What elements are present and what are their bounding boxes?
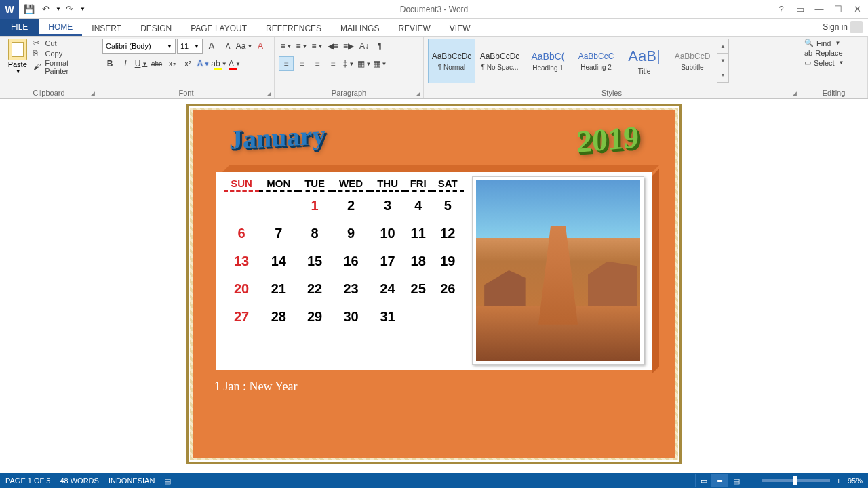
align-center-button[interactable]: ≡ — [294, 56, 309, 71]
calendar-page: January 2019 SUNMONTUEWEDTHUFRISAT 12345… — [186, 104, 682, 464]
text-effects-button[interactable]: A▼ — [196, 56, 211, 71]
justify-button[interactable]: ≡ — [326, 56, 340, 71]
format-painter-button[interactable]: 🖌Format Painter — [33, 59, 94, 75]
document-canvas[interactable]: January 2019 SUNMONTUEWEDTHUFRISAT 12345… — [0, 99, 868, 473]
word-count[interactable]: 48 WORDS — [60, 476, 98, 485]
find-icon: 🔍 — [804, 39, 814, 47]
tab-file[interactable]: FILE — [0, 18, 39, 36]
styles-group-label: Styles◢ — [428, 87, 795, 97]
calendar-cell: 6 — [224, 220, 259, 247]
ribbon-options-button[interactable]: ▭ — [792, 4, 808, 14]
multilevel-list-button[interactable]: ≡▼ — [310, 39, 325, 54]
tab-view[interactable]: VIEW — [440, 21, 480, 36]
styles-up-icon[interactable]: ▲ — [717, 39, 728, 54]
style-heading-1[interactable]: AaBbC(Heading 1 — [524, 39, 572, 83]
calendar-cell: 20 — [224, 275, 259, 303]
format-painter-label: Format Painter — [45, 59, 94, 75]
font-name-combobox[interactable]: Calibri (Body)▼ — [102, 39, 176, 54]
styles-dialog-launcher-icon[interactable]: ◢ — [792, 90, 797, 97]
change-case-button[interactable]: Aa▼ — [237, 39, 252, 54]
shrink-font-button[interactable]: A — [220, 39, 235, 54]
scissors-icon: ✂ — [33, 39, 43, 48]
sort-button[interactable]: A↓ — [357, 39, 372, 54]
italic-button[interactable]: I — [118, 56, 133, 71]
cut-button[interactable]: ✂Cut — [33, 39, 94, 48]
qat-customize-icon[interactable]: ▼ — [80, 6, 85, 12]
font-dialog-launcher-icon[interactable]: ◢ — [267, 90, 271, 97]
tab-home[interactable]: HOME — [39, 20, 82, 36]
read-mode-button[interactable]: ▭ — [695, 474, 711, 487]
save-button[interactable]: 💾 — [22, 2, 37, 17]
highlight-button[interactable]: ab▼ — [212, 56, 226, 71]
bullets-button[interactable]: ≡▼ — [279, 39, 294, 54]
subscript-button[interactable]: x₂ — [165, 56, 180, 71]
increase-indent-button[interactable]: ≡▶ — [341, 39, 356, 54]
show-marks-button[interactable]: ¶ — [372, 39, 387, 54]
tab-page-layout[interactable]: PAGE LAYOUT — [181, 21, 256, 36]
calendar-cell: 5 — [432, 191, 465, 220]
styles-scroll[interactable]: ▲▼▾ — [717, 39, 729, 83]
ribbon: Paste ▼ ✂Cut ⎘Copy 🖌Format Painter Clipb… — [0, 37, 868, 99]
zoom-out-button[interactable]: − — [751, 476, 755, 485]
align-right-button[interactable]: ≡ — [310, 56, 325, 71]
minimize-button[interactable]: — — [811, 4, 827, 14]
clipboard-dialog-launcher-icon[interactable]: ◢ — [90, 90, 95, 97]
paste-dropdown-icon[interactable]: ▼ — [16, 68, 21, 75]
line-spacing-button[interactable]: ‡▼ — [341, 56, 356, 71]
day-header: MON — [259, 176, 298, 191]
calendar-cell: 17 — [370, 247, 405, 275]
borders-button[interactable]: ▦▼ — [372, 56, 387, 71]
tab-review[interactable]: REVIEW — [389, 21, 439, 36]
tab-mailings[interactable]: MAILINGS — [331, 21, 389, 36]
decrease-indent-button[interactable]: ◀≡ — [326, 39, 340, 54]
select-button[interactable]: ▭Select▼ — [804, 58, 863, 67]
style-title[interactable]: AaB|Title — [620, 39, 668, 83]
editing-group-label: Editing — [804, 87, 863, 97]
macro-icon[interactable]: ▤ — [164, 476, 171, 485]
tab-design[interactable]: DESIGN — [131, 21, 181, 36]
shading-button[interactable]: ▦▼ — [357, 56, 372, 71]
paste-icon — [8, 39, 27, 60]
language-status[interactable]: INDONESIAN — [108, 476, 155, 485]
styles-more-icon[interactable]: ▾ — [717, 68, 728, 83]
close-button[interactable]: ✕ — [849, 4, 865, 14]
undo-button[interactable]: ↶ — [38, 2, 53, 17]
print-layout-button[interactable]: ≣ — [711, 474, 728, 487]
copy-button[interactable]: ⎘Copy — [33, 49, 94, 58]
style-normal[interactable]: AaBbCcDc¶ Normal — [428, 39, 475, 83]
maximize-button[interactable]: ☐ — [830, 4, 846, 14]
sign-in-link[interactable]: Sign in — [817, 18, 868, 36]
paste-button[interactable]: Paste ▼ — [4, 39, 31, 75]
style-subtitle[interactable]: AaBbCcDSubtitle — [669, 39, 716, 83]
page-status[interactable]: PAGE 1 OF 5 — [5, 476, 50, 485]
numbering-button[interactable]: ≡▼ — [294, 39, 309, 54]
find-button[interactable]: 🔍Find▼ — [804, 39, 863, 47]
paragraph-dialog-launcher-icon[interactable]: ◢ — [416, 90, 420, 97]
tab-insert[interactable]: INSERT — [82, 21, 131, 36]
replace-button[interactable]: abReplace — [804, 49, 863, 57]
style-no-spacing[interactable]: AaBbCcDc¶ No Spac... — [476, 39, 524, 83]
clear-formatting-button[interactable]: A — [253, 39, 268, 54]
underline-button[interactable]: U▼ — [134, 56, 149, 71]
calendar-cell: 28 — [259, 303, 298, 331]
zoom-level[interactable]: 95% — [848, 476, 863, 485]
font-size-combobox[interactable]: 11▼ — [177, 39, 203, 54]
styles-down-icon[interactable]: ▼ — [717, 54, 728, 68]
group-clipboard: Paste ▼ ✂Cut ⎘Copy 🖌Format Painter Clipb… — [0, 37, 98, 98]
web-layout-button[interactable]: ▤ — [728, 474, 744, 487]
redo-button[interactable]: ↷ — [62, 2, 77, 17]
bold-button[interactable]: B — [102, 56, 117, 71]
replace-icon: ab — [804, 49, 812, 57]
quick-access-toolbar: 💾 ↶ ▼ ↷ ▼ — [19, 2, 88, 17]
grow-font-button[interactable]: A — [204, 39, 219, 54]
zoom-slider[interactable] — [762, 479, 830, 482]
align-left-button[interactable]: ≡ — [279, 56, 294, 71]
superscript-button[interactable]: x² — [180, 56, 195, 71]
tab-references[interactable]: REFERENCES — [256, 21, 331, 36]
style-heading-2[interactable]: AaBbCcCHeading 2 — [572, 39, 620, 83]
zoom-in-button[interactable]: + — [837, 476, 841, 485]
undo-dropdown-icon[interactable]: ▼ — [56, 6, 61, 12]
help-button[interactable]: ? — [773, 4, 789, 14]
strikethrough-button[interactable]: abc — [149, 56, 164, 71]
font-color-button[interactable]: A▼ — [227, 56, 242, 71]
